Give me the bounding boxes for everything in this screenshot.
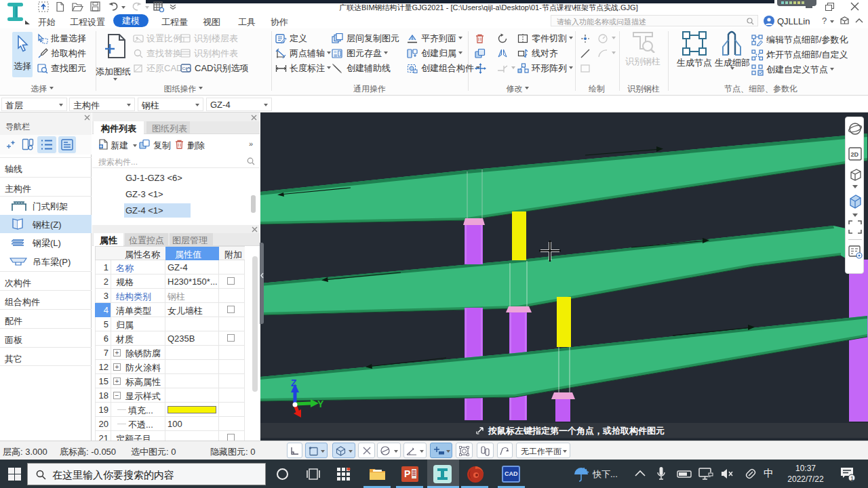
svg-text:1: 1 [850, 475, 854, 482]
svg-text:Z: Z [291, 378, 297, 388]
svg-text:2D: 2D [850, 151, 859, 158]
svg-text:Y: Y [317, 399, 324, 409]
